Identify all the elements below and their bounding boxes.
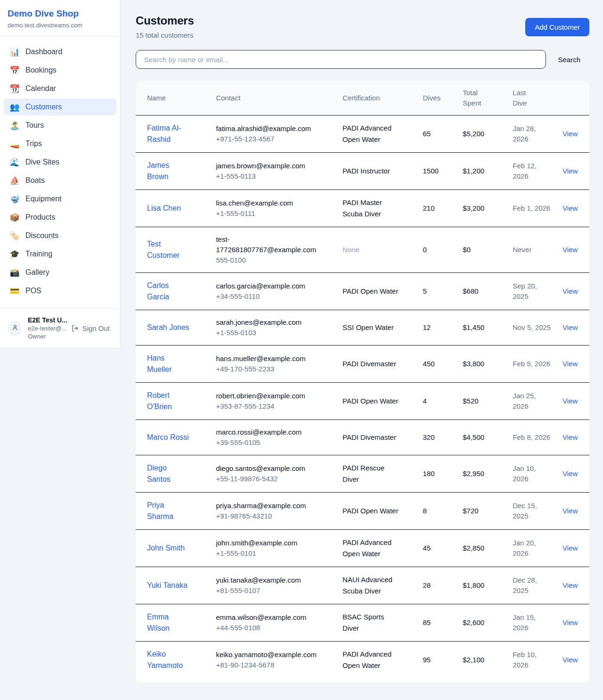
customer-certification: PADI Instructor: [342, 165, 390, 177]
view-link[interactable]: View: [562, 323, 578, 331]
view-link[interactable]: View: [562, 618, 578, 626]
customer-email: test-1772681807767@example.com: [216, 234, 324, 255]
customer-email: john.smith@example.com: [216, 538, 324, 548]
customer-certification: PADI Master Scuba Diver: [342, 197, 401, 220]
table-row: Lisa Chen lisa.chen@example.com +1-555-0…: [136, 190, 589, 227]
view-link[interactable]: View: [562, 287, 578, 295]
customer-phone: +44-555-0108: [216, 623, 324, 633]
view-link[interactable]: View: [562, 246, 578, 254]
customer-name-link[interactable]: James Brown: [147, 160, 191, 182]
customer-name-link[interactable]: Lisa Chen: [147, 203, 181, 214]
sidebar-item-products[interactable]: 📦 Products: [4, 209, 116, 226]
sidebar-item-trips[interactable]: 🚤 Trips: [4, 135, 116, 152]
customer-last-dive: Feb 12, 2026: [513, 161, 551, 181]
table-row: Test Customer test-1772681807767@example…: [136, 227, 589, 273]
sidebar-item-dive-sites[interactable]: 🌊 Dive Sites: [4, 154, 116, 171]
view-link[interactable]: View: [562, 360, 578, 368]
view-link[interactable]: View: [562, 507, 578, 515]
sidebar-item-calendar[interactable]: 📆 Calendar: [4, 80, 116, 97]
search-input[interactable]: [136, 50, 546, 69]
sidebar-item-customers[interactable]: 👥 Customers: [4, 99, 116, 115]
customer-name-link[interactable]: Emma Wilson: [147, 611, 191, 634]
sidebar-item-tours[interactable]: 🏝️ Tours: [4, 117, 116, 134]
customer-certification: PADI Advanced Open Water: [342, 123, 401, 145]
customer-certification: PADI Advanced Open Water: [342, 649, 401, 671]
customer-total-spent: $2,950: [463, 469, 484, 478]
customer-phone: +91-98765-43210: [216, 511, 324, 521]
customer-name-link[interactable]: Sarah Jones: [147, 322, 189, 333]
customer-dives: 45: [423, 544, 431, 552]
main-content: Customers 15 total customers Add Custome…: [121, 0, 603, 683]
customer-email: james.brown@example.com: [216, 161, 324, 171]
customer-dives: 4: [423, 397, 426, 405]
customer-name-link[interactable]: Diego Santos: [147, 462, 191, 485]
customer-last-dive: Dec 28, 2025: [513, 575, 551, 596]
customer-certification: BSAC Sports Diver: [342, 611, 401, 634]
sidebar-item-training[interactable]: 🎓 Training: [4, 246, 116, 263]
diving-mask-icon: 🤿: [9, 195, 20, 203]
graduation-cap-icon: 🎓: [9, 250, 20, 258]
customer-total-spent: $5,200: [463, 130, 484, 138]
view-link[interactable]: View: [562, 469, 578, 478]
customer-phone: +39-555-0105: [216, 437, 324, 448]
view-link[interactable]: View: [562, 397, 578, 405]
table-row: Priya Sharma priya.sharma@example.com +9…: [136, 493, 589, 530]
user-info: E2E Test U... e2e-tester@... Owner: [28, 316, 63, 340]
table-row: Fatima Al-Rashid fatima.alrashid@example…: [136, 115, 589, 153]
sidebar-header: Demo Dive Shop demo.test.divestreams.com: [0, 0, 120, 37]
credit-card-icon: 💳: [9, 287, 20, 295]
customer-email: marco.rossi@example.com: [216, 427, 324, 437]
customer-phone: +971-55-123-4567: [216, 134, 324, 144]
table-row: Robert O'Brien robert.obrien@example.com…: [136, 383, 589, 420]
customer-last-dive: Feb 8, 2026: [513, 432, 550, 443]
people-icon: 👥: [9, 103, 20, 111]
view-link[interactable]: View: [562, 204, 578, 212]
customer-name-link[interactable]: Fatima Al-Rashid: [147, 123, 191, 145]
customer-email: sarah.jones@example.com: [216, 317, 324, 328]
customer-name-link[interactable]: Robert O'Brien: [147, 390, 191, 412]
view-link[interactable]: View: [562, 544, 578, 552]
customer-phone: +1-555-0101: [216, 548, 324, 559]
customer-name-link[interactable]: Priya Sharma: [147, 500, 191, 522]
customer-dives: 320: [423, 433, 434, 441]
customer-dives: 0: [423, 246, 426, 254]
customer-phone: +353-87-555-1234: [216, 401, 324, 412]
sidebar-item-discounts[interactable]: 🏷️ Discounts: [4, 227, 116, 244]
customer-name-link[interactable]: Yuki Tanaka: [147, 580, 187, 591]
view-link[interactable]: View: [562, 433, 578, 441]
sidebar-item-pos[interactable]: 💳 POS: [4, 282, 116, 299]
customer-dives: 8: [423, 507, 426, 515]
customer-dives: 12: [423, 323, 431, 331]
customer-dives: 210: [423, 204, 434, 212]
calendar-icon: 📅: [9, 66, 20, 74]
sign-out-label: Sign Out: [82, 324, 110, 332]
sign-out-button[interactable]: Sign Out: [68, 324, 113, 333]
customer-name-link[interactable]: John Smith: [147, 543, 185, 554]
sidebar-item-gallery[interactable]: 📸 Gallery: [4, 264, 116, 281]
customer-phone: 555-0100: [216, 255, 324, 265]
customer-last-dive: Jan 25, 2026: [513, 391, 551, 412]
customer-phone: +49-170-555-2233: [216, 364, 324, 374]
search-button[interactable]: Search: [558, 56, 580, 64]
customer-name-link[interactable]: Marco Rossi: [147, 432, 189, 443]
sidebar-item-bookings[interactable]: 📅 Bookings: [4, 62, 116, 79]
customer-email: fatima.alrashid@example.com: [216, 124, 324, 134]
view-link[interactable]: View: [562, 656, 578, 664]
add-customer-button[interactable]: Add Customer: [525, 18, 589, 36]
view-link[interactable]: View: [562, 130, 578, 138]
customer-name-link[interactable]: Test Customer: [147, 239, 191, 261]
customer-name-link[interactable]: Keiko Yamamoto: [147, 649, 191, 671]
sidebar-item-equipment[interactable]: 🤿 Equipment: [4, 190, 116, 207]
column-header-actions: [551, 81, 589, 115]
customer-name-link[interactable]: Carlos Garcia: [147, 280, 191, 303]
view-link[interactable]: View: [562, 581, 578, 589]
customer-last-dive: Feb 5, 2026: [513, 359, 550, 369]
wave-icon: 🌊: [9, 158, 20, 166]
sidebar-item-dashboard[interactable]: 📊 Dashboard: [4, 43, 116, 60]
view-link[interactable]: View: [562, 167, 578, 175]
customer-name-link[interactable]: Hans Mueller: [147, 353, 191, 375]
sidebar-item-boats[interactable]: ⛵ Boats: [4, 172, 116, 189]
search-row: Search: [136, 50, 589, 69]
customer-dives: 85: [423, 618, 431, 626]
person-icon: [11, 324, 19, 333]
